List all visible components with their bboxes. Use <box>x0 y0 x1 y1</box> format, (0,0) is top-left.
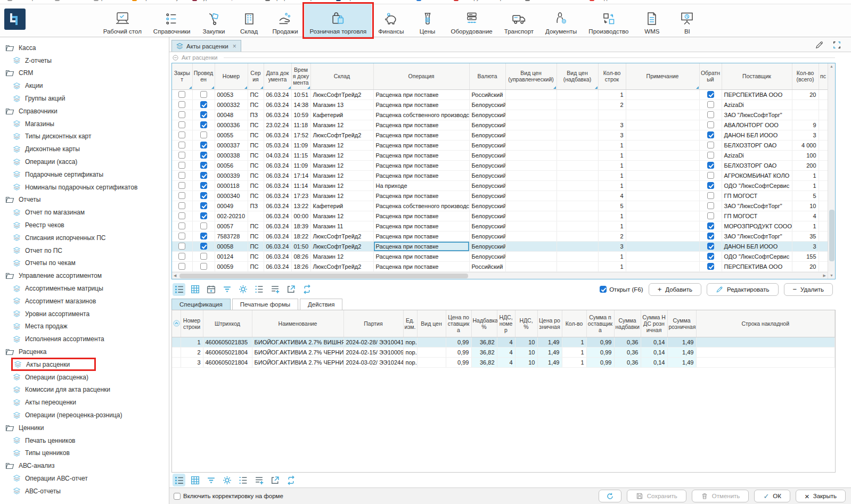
currency[interactable]: Белорусский <box>469 180 505 191</box>
number[interactable]: 7583728 <box>215 231 248 241</box>
module-bi[interactable]: BI <box>670 4 704 37</box>
qty-total[interactable]: 4 <box>792 211 819 221</box>
module-prices[interactable]: Цены <box>411 4 445 37</box>
note[interactable] <box>626 100 699 110</box>
operation[interactable]: Расценка при поставке <box>373 100 469 110</box>
doc-date[interactable]: 06.03.24 <box>264 231 291 241</box>
line-count[interactable]: 2 <box>598 100 626 110</box>
line-count[interactable]: 1 <box>598 170 626 180</box>
horizontal-scrollbar-thumb[interactable] <box>179 274 468 278</box>
price-type[interactable] <box>417 348 446 358</box>
qty-total[interactable]: 4 000 <box>792 140 819 150</box>
line-no[interactable]: 3 <box>181 358 203 368</box>
reverse[interactable] <box>699 180 722 191</box>
price-type-mgmt[interactable] <box>505 89 557 100</box>
currency[interactable]: Белорусский <box>469 221 505 231</box>
doc-date[interactable]: 06.03.24 <box>264 211 291 221</box>
series[interactable]: ПС <box>248 170 264 180</box>
doc-date[interactable]: 04.03.24 <box>264 150 291 160</box>
reverse[interactable] <box>699 170 722 180</box>
module-purchases[interactable]: Закупки <box>197 4 231 37</box>
warehouse[interactable]: ЛюксСофтТрейд2 <box>310 130 373 140</box>
checkbox[interactable] <box>707 121 714 128</box>
sidebar-folder[interactable]: Касса <box>0 42 169 54</box>
col-header-note[interactable]: Примечание <box>626 63 699 89</box>
vat-pct[interactable]: 10 <box>515 337 537 348</box>
col-header-closed[interactable]: Закрыт <box>172 63 192 89</box>
sidebar-item[interactable]: Операции (расценка) <box>0 371 169 384</box>
name[interactable]: БИОЙОГ.АКТИВИА 2.7% ЧЕРНИКА 17 <box>252 358 343 368</box>
invoice-line[interactable] <box>696 348 835 358</box>
closed[interactable] <box>172 191 192 201</box>
doc-time[interactable]: 18:26 <box>291 261 310 271</box>
open-in-new-icon[interactable] <box>284 283 297 296</box>
warehouse[interactable]: ЛюксСофтТрейд2 <box>310 241 373 251</box>
qty-total[interactable]: 35 <box>792 231 819 241</box>
price-type-markup[interactable] <box>557 251 598 261</box>
markup-sum[interactable]: 0,36 <box>614 337 641 348</box>
sidebar-item[interactable]: Исполнения ассортимента <box>0 333 169 345</box>
checkbox[interactable] <box>707 182 714 189</box>
operation[interactable]: Расценка собственного производст <box>373 110 469 120</box>
doc-date[interactable]: 06.03.24 <box>264 251 291 261</box>
operation[interactable]: Расценка при поставке <box>373 261 469 271</box>
markup-sum[interactable]: 0,36 <box>614 358 641 368</box>
adjustment-checkbox[interactable]: Включить корректировку на форме <box>174 493 283 500</box>
closed[interactable] <box>172 170 192 180</box>
stub[interactable] <box>819 231 828 241</box>
note[interactable] <box>626 170 699 180</box>
warehouse[interactable]: Магазин 12 <box>310 150 373 160</box>
sidebar-item[interactable]: Реестр чеков <box>0 219 169 232</box>
price-type-mgmt[interactable] <box>505 180 557 191</box>
sort-ascending-icon[interactable] <box>173 320 179 327</box>
warehouse[interactable]: ЛюксСофтТрейд2 <box>310 89 373 100</box>
line-count[interactable]: 1 <box>598 150 626 160</box>
supplier[interactable]: AzizaDi <box>722 100 792 110</box>
price-type-markup[interactable] <box>557 100 598 110</box>
vat-sum[interactable]: 0,14 <box>641 358 667 368</box>
supplier-sum[interactable]: 0,99 <box>586 348 614 358</box>
col-header-unit[interactable]: Ед. изм. <box>403 310 417 337</box>
checkbox[interactable] <box>200 131 207 138</box>
reverse[interactable] <box>699 150 722 160</box>
note[interactable] <box>626 150 699 160</box>
series[interactable]: ПС <box>248 120 264 130</box>
line-count[interactable]: 3 <box>598 120 626 130</box>
series[interactable] <box>248 211 264 221</box>
doc-date[interactable]: 06.03.24 <box>264 261 291 271</box>
approved[interactable] <box>192 211 215 221</box>
warehouse[interactable]: Магазин 12 <box>310 191 373 201</box>
retail-sum[interactable]: 1,49 <box>667 337 696 348</box>
operation[interactable]: Расценка при поставке <box>373 150 469 160</box>
checkbox[interactable] <box>707 212 714 219</box>
price-type-mgmt[interactable] <box>505 231 557 241</box>
stub[interactable] <box>819 241 828 251</box>
sidebar-folder[interactable]: Управление ассортиментом <box>0 269 169 282</box>
batch[interactable]: 2024-02-28/ ЭЭ1004113/ , <box>343 337 403 348</box>
row-mark[interactable] <box>172 337 181 348</box>
scroll-left-arrow-icon[interactable]: ◀ <box>172 272 178 279</box>
checkbox[interactable] <box>178 263 185 270</box>
reverse[interactable] <box>699 120 722 130</box>
operation[interactable]: Расценка при поставке <box>373 170 469 180</box>
checkbox[interactable] <box>707 101 714 108</box>
checkbox[interactable] <box>178 182 185 189</box>
checkbox[interactable] <box>178 142 185 148</box>
table-row[interactable]: 00048ПЗ06.03.2410:59КафетерийРасценка со… <box>172 110 828 120</box>
sidebar-item[interactable]: Уровни ассортимента <box>0 308 169 320</box>
number[interactable]: 0000339 <box>215 170 248 180</box>
price-type-mgmt[interactable] <box>505 201 557 211</box>
series[interactable]: ПС <box>248 221 264 231</box>
vat-sum[interactable]: 0,14 <box>641 348 667 358</box>
sidebar-folder[interactable]: Ценники <box>0 422 169 434</box>
checkbox[interactable] <box>178 172 185 179</box>
sidebar-item[interactable]: Отчеты по чекам <box>0 257 169 270</box>
checkbox[interactable] <box>178 131 185 138</box>
unit[interactable]: пор. <box>403 337 417 348</box>
numbered-list-icon[interactable] <box>236 474 249 486</box>
col-header-series[interactable]: Серия <box>248 63 264 89</box>
series[interactable]: ПС <box>248 130 264 140</box>
supplier-price[interactable]: 0,99 <box>446 337 471 348</box>
stub[interactable] <box>819 170 828 180</box>
reverse[interactable] <box>699 211 722 221</box>
